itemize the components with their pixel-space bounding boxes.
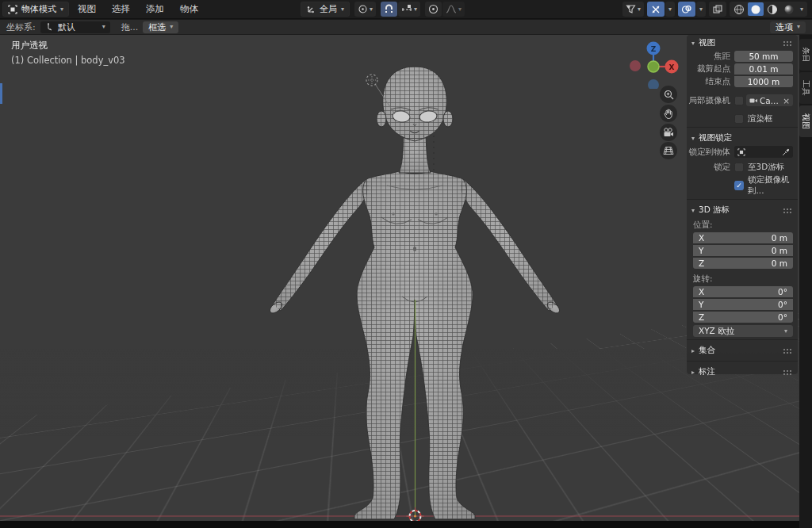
camera-to-view-label: 锁定摄像机到... bbox=[748, 174, 793, 197]
local-camera-checkbox[interactable] bbox=[734, 96, 744, 105]
local-camera-field[interactable]: Ca... × bbox=[746, 94, 793, 106]
axis-value: 0 m bbox=[772, 246, 787, 255]
section-collections-header[interactable]: ▸ 集合 bbox=[687, 342, 798, 358]
axis-value: 0 m bbox=[772, 233, 787, 243]
chevron-down-icon: ▾ bbox=[341, 6, 344, 13]
solid-sphere-icon bbox=[750, 4, 761, 15]
sidebar-panel: ▾ 视图 焦距 50 mm 裁剪起点 0.01 m 结束点 1000 m 局部摄… bbox=[687, 35, 798, 374]
cursor-rot-z[interactable]: Z 0° bbox=[693, 312, 793, 323]
rotation-mode-selector[interactable]: XYZ 欧拉 ▾ bbox=[693, 325, 793, 337]
clip-start-field[interactable]: 0.01 m bbox=[734, 63, 793, 75]
shading-material-button[interactable] bbox=[764, 2, 780, 16]
tab-view[interactable]: 视图 bbox=[799, 105, 812, 137]
pivot-point-selector[interactable]: ▾ bbox=[354, 2, 376, 17]
lock-object-row: 锁定到物体 bbox=[687, 146, 793, 158]
shading-rendered-button[interactable] bbox=[781, 2, 797, 16]
pan-button[interactable] bbox=[660, 105, 677, 122]
divider bbox=[687, 199, 798, 200]
clear-icon[interactable]: × bbox=[783, 96, 790, 105]
clip-end-field[interactable]: 1000 m bbox=[734, 76, 793, 87]
proportional-falloff-selector[interactable]: ▾ bbox=[442, 2, 465, 17]
perspective-toggle-button[interactable] bbox=[660, 142, 677, 159]
lock-to-cursor-checkbox[interactable] bbox=[734, 163, 744, 172]
gizmo-axis-x-neg[interactable] bbox=[630, 60, 641, 71]
shading-wireframe-button[interactable] bbox=[731, 2, 747, 16]
rendered-sphere-icon bbox=[783, 4, 795, 15]
menu-select[interactable]: 选择 bbox=[105, 2, 137, 17]
menu-object[interactable]: 物体 bbox=[173, 2, 205, 17]
focal-length-label: 焦距 bbox=[687, 51, 734, 62]
chevron-down-icon: ▾ bbox=[699, 6, 703, 13]
chevron-down-icon: ▾ bbox=[170, 24, 173, 30]
snap-toggle[interactable] bbox=[381, 2, 397, 17]
section-annotations-header[interactable]: ▸ 标注 bbox=[687, 364, 798, 380]
camera-to-view-checkbox[interactable]: ✓ bbox=[734, 181, 744, 190]
show-gizmo-toggle[interactable] bbox=[647, 2, 665, 17]
mode-selector[interactable]: 物体模式 ▾ bbox=[2, 2, 69, 17]
tab-item[interactable]: 条目 bbox=[799, 39, 812, 71]
snap-target-selector[interactable]: ▾ bbox=[398, 2, 420, 17]
coord-system-selector[interactable]: 默认 ▾ bbox=[40, 21, 110, 33]
coord-system-value: 默认 bbox=[58, 21, 75, 33]
camera-view-button[interactable] bbox=[660, 124, 677, 141]
viewport-3d[interactable]: [data-name="model-body"] path, [data-nam… bbox=[0, 35, 799, 528]
toolbar-collapsed-indicator[interactable] bbox=[0, 83, 2, 104]
options-button[interactable]: 选项 ▾ bbox=[770, 21, 806, 33]
grip-handle[interactable] bbox=[783, 208, 793, 213]
transform-orientation-selector[interactable]: 全局 ▾ bbox=[301, 2, 350, 17]
object-visibility-filter[interactable]: ▾ bbox=[622, 2, 644, 17]
menu-add[interactable]: 添加 bbox=[139, 2, 171, 17]
cursor-loc-y[interactable]: Y 0 m bbox=[693, 245, 793, 256]
proportional-editing-toggle[interactable] bbox=[425, 2, 442, 17]
pivot-icon bbox=[358, 4, 368, 14]
chevron-down-icon: ▾ bbox=[370, 6, 373, 13]
blender-window: 物体模式 ▾ 视图 选择 添加 物体 全局 ▾ ▾ bbox=[0, 0, 812, 528]
grip-handle[interactable] bbox=[783, 348, 793, 354]
render-region-checkbox[interactable] bbox=[734, 114, 744, 124]
chevron-down-icon: ▾ bbox=[668, 6, 672, 13]
focal-length-field[interactable]: 50 mm bbox=[734, 51, 793, 62]
show-overlays-toggle[interactable] bbox=[678, 2, 695, 17]
overlays-dropdown[interactable]: ▾ bbox=[696, 2, 706, 17]
caret-right-icon: ▸ bbox=[691, 347, 695, 354]
section-view-lock-header[interactable]: ▾ 视图锁定 bbox=[687, 130, 798, 146]
axis-label: Z bbox=[699, 258, 704, 268]
snap-increment-icon bbox=[401, 4, 412, 14]
section-cursor-title: 3D 游标 bbox=[699, 205, 730, 216]
eyedropper-icon[interactable] bbox=[782, 148, 790, 156]
cursor-rot-x[interactable]: X 0° bbox=[693, 286, 793, 297]
select-box-label: 框选 bbox=[148, 21, 166, 33]
gizmo-dropdown[interactable]: ▾ bbox=[665, 2, 675, 17]
rotation-label: 旋转: bbox=[693, 274, 791, 285]
viewport-overlay-text: 用户透视 (1) Collection | body_v03 bbox=[11, 40, 125, 66]
divider bbox=[687, 127, 798, 128]
cursor-loc-x[interactable]: X 0 m bbox=[693, 232, 793, 243]
magnet-icon bbox=[384, 4, 394, 14]
lock-to-cursor-row: 锁定 至3D游标 bbox=[687, 162, 793, 173]
material-sphere-icon bbox=[767, 4, 778, 15]
gizmo-axis-y[interactable] bbox=[648, 61, 659, 72]
section-cursor-header[interactable]: ▾ 3D 游标 bbox=[687, 202, 798, 218]
grip-handle[interactable] bbox=[783, 40, 793, 46]
gizmo-axis-z-neg[interactable] bbox=[648, 79, 659, 89]
select-box-mode[interactable]: 框选 ▾ bbox=[143, 21, 178, 33]
section-annotations-title: 标注 bbox=[699, 366, 715, 377]
zoom-button[interactable] bbox=[660, 86, 677, 103]
section-view-header[interactable]: ▾ 视图 bbox=[687, 35, 798, 51]
local-camera-value: Ca... bbox=[760, 96, 779, 105]
navigation-gizmo[interactable]: Z X bbox=[628, 38, 679, 89]
shading-solid-button[interactable] bbox=[748, 2, 764, 16]
section-view-lock-title: 视图锁定 bbox=[699, 132, 732, 143]
lock-object-field[interactable] bbox=[734, 146, 793, 158]
tab-tool[interactable]: 工具 bbox=[799, 72, 812, 104]
caret-down-icon: ▾ bbox=[691, 40, 695, 47]
menu-view[interactable]: 视图 bbox=[71, 2, 103, 17]
cursor-rot-y[interactable]: Y 0° bbox=[693, 299, 793, 310]
cursor-loc-z[interactable]: Z 0 m bbox=[693, 258, 793, 269]
xray-toggle[interactable] bbox=[709, 2, 726, 17]
axis-value: 0 m bbox=[772, 258, 787, 268]
location-label: 位置: bbox=[693, 220, 791, 231]
shading-dropdown[interactable]: ▾ bbox=[798, 6, 806, 13]
grip-handle[interactable] bbox=[783, 369, 793, 375]
local-camera-row: 局部摄像机 Ca... × bbox=[687, 94, 793, 106]
